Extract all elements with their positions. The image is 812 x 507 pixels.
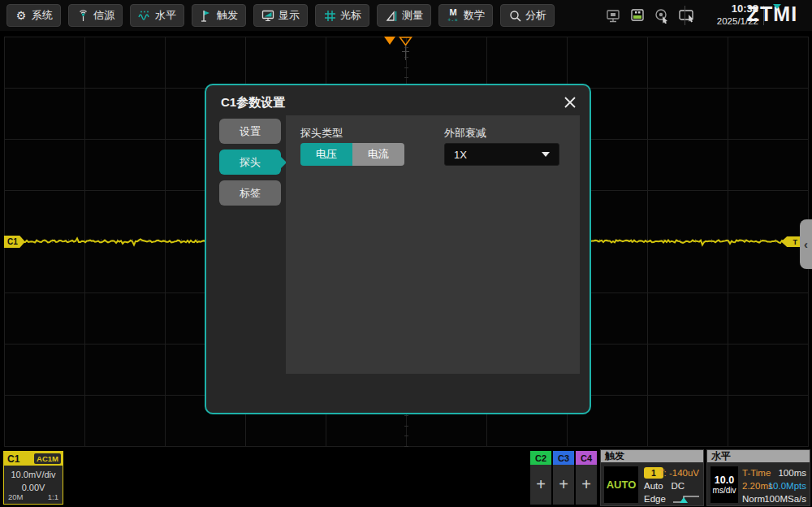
channel1-name: C1 [7,453,19,465]
channel2-name: C2 [530,451,551,465]
close-icon [564,96,577,109]
external-attenuation-label: 外部衰减 [444,126,486,141]
trigger-position-tick [402,51,409,52]
channel3-box: C3 + [553,451,574,505]
channel1-values: 10.0mV/div 0.00V [4,466,63,495]
menu-label: 信源 [93,8,114,23]
horizontal-scale-unit: ms/div [713,486,736,496]
horizontal-delay-marker-icon[interactable] [384,37,395,45]
trigger-panel[interactable]: 触发 AUTO 1 Auto Edge T: -140uV DC [600,449,704,506]
trigger-coupling: DC [671,481,685,491]
add-channel4-button[interactable]: + [576,465,597,505]
menu-button-source[interactable]: 信源 [68,4,123,27]
selected-attenuation-value: 1X [454,149,467,161]
channel1-probe-ratio: 1:1 [48,492,58,501]
touch-status-icon [654,7,671,24]
status-icon-tray [605,4,696,27]
sample-rate: 100MSa/s [764,494,806,504]
brand-logo: ZTMI [735,2,810,26]
menu-button-trigger[interactable]: 触发 [192,4,246,27]
trigger-level: T: -140uV [659,468,699,478]
dropdown-arrow-icon [542,152,550,157]
channel1-scale: 10.0mV/div [4,469,63,482]
trigger-type: Edge [644,494,666,504]
dialog-content-panel: 探头类型 电压 电流 外部衰减 1X [286,115,580,374]
display-monitor-icon [261,9,274,22]
external-attenuation-select[interactable]: 1X [444,143,559,166]
usb-status-icon [628,7,646,24]
menu-button-display[interactable]: 显示 [253,4,308,27]
dialog-tab-list: 设置 探头 标签 [219,119,281,211]
tab-label[interactable]: 标签 [219,180,281,206]
toolbar-divider [685,6,685,25]
c1-settings-dialog: C1参数设置 设置 探头 标签 探头类型 电压 电流 外部衰减 1X [205,84,591,414]
menu-label: 显示 [279,8,300,23]
menu-button-math[interactable]: M +-× 数学 [438,4,493,27]
menu-button-system[interactable]: ⚙ 系统 [6,4,61,27]
channel2-box: C2 + [530,451,551,505]
channel1-coupling-badge: AC1M [34,453,61,464]
side-panel-handle[interactable]: ‹ [800,219,812,269]
trigger-position-line [405,46,406,60]
channel3-name: C3 [553,451,574,465]
menu-label: 触发 [217,8,238,23]
gear-icon: ⚙ [15,9,28,22]
memory-depth: 10.0Mpts [768,481,806,491]
channel4-name: C4 [576,451,597,465]
lan-status-icon [605,7,621,24]
probe-type-toggle: 电压 电流 [300,143,404,166]
trigger-sweep: Auto [644,481,663,491]
menu-button-measure[interactable]: 测量 [377,4,431,27]
menu-button-horizontal[interactable]: 水平 [130,4,184,27]
top-toolbar: ⚙ 系统 信源 水平 触发 显示 [0,0,812,31]
source-antenna-icon [76,9,89,22]
menu-label: 系统 [32,8,53,23]
status-bar: C1 AC1M 10.0mV/div 0.00V 20M 1:1 C2 + C3… [0,448,812,507]
menu-label: 测量 [402,8,423,23]
tab-probe[interactable]: 探头 [219,150,281,175]
menu-label: 光标 [340,8,361,23]
horizontal-scale-value: 10.0 [715,474,734,486]
menu-button-analysis[interactable]: 分析 [500,4,555,27]
logo-triangle-icon [773,4,781,9]
channel1-footer: 20M 1:1 [8,492,58,501]
t-time-value: 100ms [778,468,806,478]
close-button[interactable] [561,93,579,111]
analysis-search-icon [508,9,521,22]
dialog-title: C1参数设置 [221,95,285,110]
acquisition-mode: Norm [742,494,765,504]
tab-settings[interactable]: 设置 [219,119,281,144]
channel1-info-box[interactable]: C1 AC1M 10.0mV/div 0.00V 20M 1:1 [3,451,63,505]
horizontal-scale-box: 10.0 ms/div [710,466,738,503]
cursor-grid-icon [323,9,336,22]
probe-type-label: 探头类型 [300,126,343,141]
add-channel3-button[interactable]: + [553,465,574,505]
menu-button-cursor[interactable]: 光标 [315,4,369,27]
horizontal-panel[interactable]: 水平 10.0 ms/div T-Time 100ms 2.20ms 10.0M… [706,449,810,506]
menu-label: 数学 [464,8,485,23]
t-time-label: T-Time [742,468,771,478]
chevron-left-icon: ‹ [804,237,808,251]
horizontal-panel-title: 水平 [707,450,810,462]
horizontal-wave-icon [138,9,151,22]
probe-type-current-button[interactable]: 电流 [352,143,404,166]
menu-label: 分析 [525,8,546,23]
probe-type-voltage-button[interactable]: 电压 [300,143,352,166]
measure-triangle-icon [385,9,398,22]
trigger-mode: AUTO [604,466,638,503]
channel1-bandwidth: 20M [8,492,23,501]
trigger-flag-icon [200,9,213,22]
rising-edge-icon [672,493,700,505]
add-channel2-button[interactable]: + [530,465,551,505]
menu-label: 水平 [155,8,176,23]
channel1-header: C1 AC1M [4,452,63,466]
trigger-panel-title: 触发 [601,450,703,462]
channel4-box: C4 + [576,451,597,505]
oscilloscope-ui: ⚙ 系统 信源 水平 触发 显示 [0,0,812,507]
math-icon: M +-× [447,9,460,22]
